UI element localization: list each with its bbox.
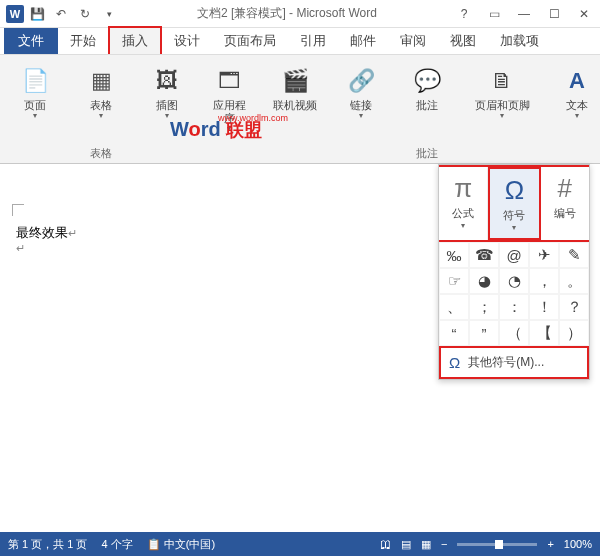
dropdown-icon: ▾: [99, 112, 103, 120]
zoom-thumb[interactable]: [495, 540, 503, 549]
dropdown-icon: ▾: [461, 221, 465, 230]
tab-view[interactable]: 视图: [438, 28, 488, 54]
more-symbols-button[interactable]: Ω 其他符号(M)...: [439, 346, 589, 379]
headerfooter-icon: 🗎: [486, 65, 518, 97]
watermark-url: www.wordlm.com: [218, 113, 288, 123]
apps-icon: 🗔: [213, 65, 245, 97]
headerfooter-button[interactable]: 🗎 页眉和页脚 ▾: [470, 61, 534, 124]
save-icon[interactable]: 💾: [26, 3, 48, 25]
status-lang[interactable]: 📋 中文(中国): [147, 537, 215, 552]
illustration-icon: 🖼: [151, 65, 183, 97]
maximize-icon[interactable]: ☐: [544, 7, 564, 21]
zoom-in-icon[interactable]: +: [547, 538, 553, 550]
paragraph-mark: ↵: [68, 227, 77, 239]
symbol-cell[interactable]: ‰: [439, 242, 469, 268]
illustration-button[interactable]: 🖼 插图 ▾: [144, 61, 190, 124]
number-label: 编号: [554, 206, 576, 221]
tab-review[interactable]: 审阅: [388, 28, 438, 54]
symbol-cell[interactable]: ◔: [499, 268, 529, 294]
symbol-gallery-button[interactable]: Ω 符号 ▾: [488, 167, 540, 240]
qat-dropdown-icon[interactable]: ▾: [98, 3, 120, 25]
dropdown-icon: ▾: [165, 112, 169, 120]
help-icon[interactable]: ?: [454, 7, 474, 21]
number-button[interactable]: # 编号: [541, 167, 589, 240]
dropdown-icon: ▾: [500, 112, 504, 120]
view-readmode-icon[interactable]: 🕮: [380, 538, 391, 550]
view-web-icon[interactable]: ▦: [421, 538, 431, 551]
hash-icon: #: [558, 173, 572, 204]
status-bar: 第 1 页，共 1 页 4 个字 📋 中文(中国) 🕮 ▤ ▦ − + 100%: [0, 532, 600, 556]
document-area[interactable]: 最终效果↵ ↵ π 公式 ▾ Ω 符号 ▾ # 编号 ‰ ☎ @ ✈: [0, 164, 600, 504]
video-label: 联机视频: [273, 99, 317, 112]
tab-mailings[interactable]: 邮件: [338, 28, 388, 54]
equation-label: 公式: [452, 206, 474, 221]
zoom-slider[interactable]: [457, 543, 537, 546]
apps-button[interactable]: 🗔 应用程 序 ▾: [206, 61, 252, 137]
symbol-cell[interactable]: ☞: [439, 268, 469, 294]
status-page[interactable]: 第 1 页，共 1 页: [8, 537, 87, 552]
dropdown-icon: ▾: [227, 125, 231, 133]
symbol-cell[interactable]: （: [499, 320, 529, 346]
tab-file[interactable]: 文件: [4, 28, 58, 54]
redo-icon[interactable]: ↻: [74, 3, 96, 25]
more-symbols-label: 其他符号(M)...: [468, 354, 544, 371]
symbol-cell[interactable]: ✎: [559, 242, 589, 268]
text-icon: A: [561, 65, 593, 97]
symbol-cell[interactable]: ：: [499, 294, 529, 320]
status-words[interactable]: 4 个字: [101, 537, 132, 552]
text-button[interactable]: A 文本 ▾: [554, 61, 600, 124]
symbol-cell[interactable]: ☎: [469, 242, 499, 268]
symbol-cell[interactable]: ；: [469, 294, 499, 320]
tab-home[interactable]: 开始: [58, 28, 108, 54]
zoom-out-icon[interactable]: −: [441, 538, 447, 550]
tab-design[interactable]: 设计: [162, 28, 212, 54]
symbol-cell[interactable]: 、: [439, 294, 469, 320]
paragraph-mark: ↵: [16, 242, 77, 255]
tab-references[interactable]: 引用: [288, 28, 338, 54]
symbol-cell[interactable]: ，: [529, 268, 559, 294]
symbol-dropdown-panel: π 公式 ▾ Ω 符号 ▾ # 编号 ‰ ☎ @ ✈ ✎ ☞ ◕ ◔ ， 。: [438, 164, 590, 380]
tab-layout[interactable]: 页面布局: [212, 28, 288, 54]
ribbon-options-icon[interactable]: ▭: [484, 7, 504, 21]
symbol-cell[interactable]: ✈: [529, 242, 559, 268]
video-button[interactable]: 🎬 联机视频: [272, 61, 318, 116]
page-icon: 📄: [19, 65, 51, 97]
table-button[interactable]: ▦ 表格 ▾: [78, 61, 124, 124]
comments-button[interactable]: 💬 批注: [404, 61, 450, 116]
view-print-icon[interactable]: ▤: [401, 538, 411, 551]
table-group-label: 表格: [72, 146, 130, 161]
zoom-level[interactable]: 100%: [564, 538, 592, 550]
table-icon: ▦: [85, 65, 117, 97]
video-icon: 🎬: [279, 65, 311, 97]
tab-insert[interactable]: 插入: [108, 26, 162, 54]
symbol-cell[interactable]: ！: [529, 294, 559, 320]
symbol-grid: ‰ ☎ @ ✈ ✎ ☞ ◕ ◔ ， 。 、 ； ： ！ ？ “ ” （ 【 ）: [439, 242, 589, 346]
page-button[interactable]: 📄 页面 ▾: [12, 61, 58, 124]
symbol-cell[interactable]: 【: [529, 320, 559, 346]
symbol-gallery-label: 符号: [503, 208, 525, 223]
symbol-cell[interactable]: ？: [559, 294, 589, 320]
minimize-icon[interactable]: —: [514, 7, 534, 21]
tab-addins[interactable]: 加载项: [488, 28, 551, 54]
dropdown-icon: ▾: [512, 223, 516, 232]
ribbon-tabs: 文件 开始 插入 设计 页面布局 引用 邮件 审阅 视图 加载项: [0, 28, 600, 54]
pi-icon: π: [454, 173, 472, 204]
close-icon[interactable]: ✕: [574, 7, 594, 21]
links-button[interactable]: 🔗 链接 ▾: [338, 61, 384, 124]
dropdown-icon: ▾: [33, 112, 37, 120]
symbol-cell[interactable]: “: [439, 320, 469, 346]
symbol-cell[interactable]: 。: [559, 268, 589, 294]
symbol-cell[interactable]: @: [499, 242, 529, 268]
dropdown-icon: ▾: [575, 112, 579, 120]
symbol-cell[interactable]: ”: [469, 320, 499, 346]
ribbon-body: 📄 页面 ▾ ▦ 表格 ▾ 表格 🖼 插图 ▾ 🗔 应用程 序 ▾ 🎬 联机视频: [0, 54, 600, 164]
equation-button[interactable]: π 公式 ▾: [439, 167, 488, 240]
comments-icon: 💬: [411, 65, 443, 97]
omega-icon: Ω: [449, 354, 460, 371]
margin-indicator: [12, 204, 24, 216]
symbol-cell[interactable]: ◕: [469, 268, 499, 294]
undo-icon[interactable]: ↶: [50, 3, 72, 25]
word-app-icon: W: [6, 5, 24, 23]
symbol-cell[interactable]: ）: [559, 320, 589, 346]
omega-icon: Ω: [505, 175, 524, 206]
